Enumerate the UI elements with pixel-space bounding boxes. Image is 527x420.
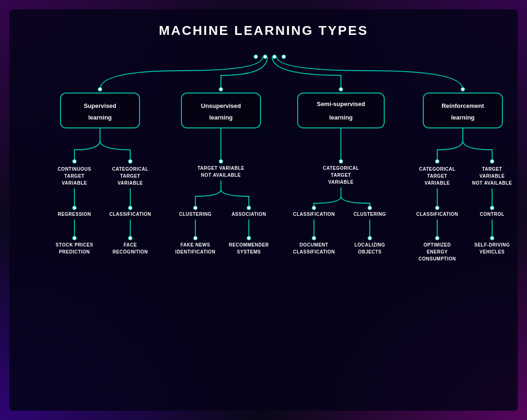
semi-ll1-dot <box>312 236 316 240</box>
root-line-2 <box>221 57 267 89</box>
semi-l1-dot <box>312 206 316 210</box>
unsupervised-label-1: Unsupervised <box>201 102 241 109</box>
clustering-semi: CLUSTERING <box>354 212 386 217</box>
semisup-box <box>298 93 384 128</box>
face-l1: FACE <box>124 242 137 247</box>
docclass-l2: CLASSIFICATION <box>293 249 335 254</box>
root-dot-1 <box>254 55 258 59</box>
sup-right-line <box>100 128 130 161</box>
cat2-top-dot <box>219 87 223 91</box>
selfdriving-l2: VEHICLES <box>480 249 505 254</box>
root-dot-4 <box>282 55 286 59</box>
supervised-box <box>60 93 140 128</box>
semi-right <box>341 187 370 208</box>
reinf-c1-l2: TARGET <box>427 173 447 179</box>
unsup-ll1-dot <box>193 236 197 240</box>
stock-l1: STOCK PRICES <box>56 242 93 247</box>
fakenews-l2: IDENTIFICATION <box>175 249 215 254</box>
reinf-c1-l1: CATEGORICAL <box>419 167 455 172</box>
sup-c2-l3: VARIABLE <box>118 180 143 186</box>
semi-c1-l3: VARIABLE <box>328 180 354 185</box>
root-dot-3 <box>273 55 276 59</box>
sup-c1-l1: CONTINUOUS <box>58 167 91 172</box>
sup-c1-l3: VARIABLE <box>62 180 87 186</box>
sup-child1-dot <box>73 160 76 163</box>
reinf-left-line <box>437 128 463 161</box>
localizing-l1: LOCALIZING <box>354 242 385 247</box>
semi-c1-l2: TARGET <box>331 173 351 178</box>
recommender-l1: RECOMMENDER <box>229 242 269 247</box>
control-label: CONTROL <box>480 212 505 217</box>
sup-left-line <box>74 128 100 161</box>
unsup-right <box>221 180 249 208</box>
semisup-label-2: learning <box>329 114 353 121</box>
sup-l1-dot <box>73 206 76 210</box>
reinf-l2-dot <box>490 206 494 210</box>
supervised-label-2: learning <box>88 114 112 121</box>
energy-l2: ENERGY <box>427 249 447 254</box>
semi-left <box>314 187 341 208</box>
ml-diagram: Supervised learning CONTINUOUS TARGET VA… <box>19 43 521 410</box>
association-label: ASSOCIATION <box>232 212 266 217</box>
unsup-l2-dot <box>247 206 251 210</box>
reinf-c2-l1: TARGET <box>482 167 502 172</box>
sup-ll2-dot <box>128 236 132 240</box>
energy-l3: CONSUMPTION <box>419 256 456 261</box>
cat4-top-dot <box>461 87 465 91</box>
reinf-child2-dot <box>490 160 494 163</box>
unsup-c1-l1: TARGET VARIABLE <box>197 166 244 171</box>
reinf-l1-dot <box>435 206 439 210</box>
unsup-left <box>195 180 221 208</box>
stock-l2: PREDICTION <box>59 249 90 254</box>
classification-sup-label: CLASSIFICATION <box>109 212 151 217</box>
selfdriving-l1: SELF-DRIVING <box>474 242 510 247</box>
reinf-c2-l3: NOT AVAILABLE <box>472 180 512 186</box>
supervised-label-1: Supervised <box>84 102 116 109</box>
reinf-child1-dot <box>435 160 439 163</box>
reinf-c2-l2: VARIABLE <box>480 173 505 179</box>
root-line-1 <box>100 57 263 89</box>
unsup-ll2-dot <box>247 236 251 240</box>
sup-c2-l2: TARGET <box>120 173 140 179</box>
cat3-top-dot <box>339 87 343 91</box>
unsup-child-dot <box>219 160 223 163</box>
sup-c1-l2: TARGET <box>64 173 84 179</box>
classification-semi: CLASSIFICATION <box>293 212 335 217</box>
recommender-l2: SYSTEMS <box>237 249 260 254</box>
regression-label: REGRESSION <box>58 212 91 217</box>
unsupervised-label-2: learning <box>209 114 233 121</box>
root-dot-2 <box>263 55 267 59</box>
semi-l2-dot <box>368 206 372 210</box>
face-l2: RECOGNITION <box>113 249 148 254</box>
root-line-3 <box>272 57 341 89</box>
docclass-l1: DOCUMENT <box>300 242 328 247</box>
sup-l2-dot <box>128 206 132 210</box>
clustering-unsup: CLUSTERING <box>179 212 212 217</box>
sup-c2-l1: CATEGORICAL <box>112 167 148 172</box>
reinf-right-line <box>463 128 492 161</box>
unsup-c1-l2: NOT AVAILABLE <box>201 173 241 178</box>
cat1-top-dot <box>98 87 102 91</box>
localizing-l2: OBJECTS <box>358 249 382 254</box>
reinf-label-1: Reinforcement <box>441 102 484 109</box>
sup-child2-dot <box>128 160 132 163</box>
reinf-c1-l3: VARIABLE <box>425 180 450 186</box>
reinf-box <box>423 93 502 128</box>
reinf-ll1-dot <box>435 236 439 240</box>
main-container: MACHINE LEARNING TYPES Supervised learni… <box>9 9 518 411</box>
energy-l1: OPTIMIZED <box>424 242 451 247</box>
unsupervised-box <box>181 93 260 128</box>
semi-ll2-dot <box>368 236 372 240</box>
classification-reinf: CLASSIFICATION <box>416 212 458 217</box>
sup-ll1-dot <box>73 236 76 240</box>
semisup-label-1: Semi-supervised <box>317 100 365 107</box>
semi-child-dot <box>339 160 343 163</box>
reinf-ll2-dot <box>490 236 494 240</box>
semi-c1-l1: CATEGORICAL <box>323 166 359 171</box>
reinf-label-2: learning <box>451 114 475 121</box>
root-line-4 <box>277 57 463 89</box>
unsup-l1-dot <box>193 206 197 210</box>
fakenews-l1: FAKE NEWS <box>180 242 210 247</box>
page-title: MACHINE LEARNING TYPES <box>19 23 508 38</box>
